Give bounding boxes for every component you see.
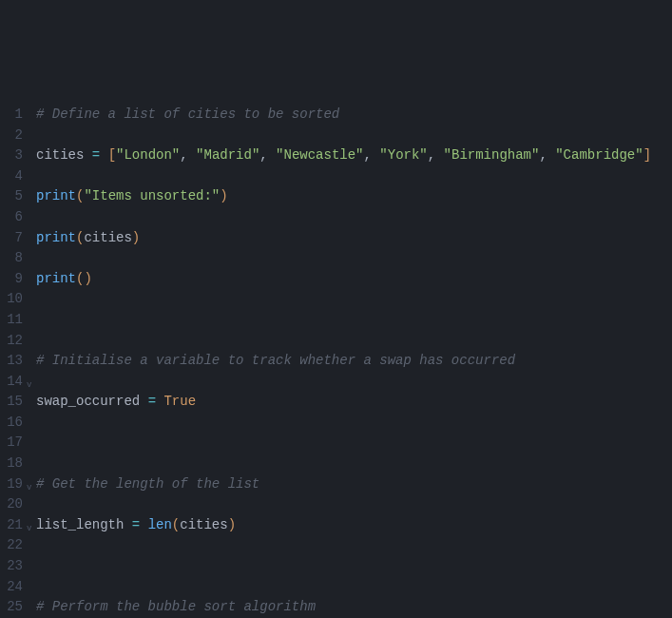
line-number: 2 (0, 126, 23, 146)
line-number: 7 (0, 228, 23, 249)
line-number: 8 (0, 248, 23, 269)
fold-marker-icon[interactable]: v (27, 372, 36, 393)
code-line: print(cities) (36, 228, 672, 249)
line-number: 5 (0, 186, 23, 207)
line-number: 14 (0, 372, 23, 393)
code-line (36, 556, 672, 577)
code-line: # Initialise a variable to track whether… (36, 351, 672, 372)
code-line (36, 433, 672, 454)
line-number: 16 (0, 413, 23, 434)
line-number: 20 (0, 494, 23, 515)
line-number: 9 (0, 269, 23, 290)
code-line: list_length = len(cities) (36, 515, 672, 536)
line-number: 12 (0, 331, 23, 352)
line-number-gutter: 1234567891011121314151617181920212223242… (0, 84, 27, 618)
line-number: 25 (0, 597, 23, 618)
line-number: 1 (0, 105, 23, 126)
code-line: # Define a list of cities to be sorted (36, 105, 672, 126)
line-number: 22 (0, 535, 23, 556)
line-number: 10 (0, 289, 23, 310)
line-number: 21 (0, 515, 23, 536)
line-number: 19 (0, 474, 23, 495)
line-number: 18 (0, 454, 23, 474)
line-number: 23 (0, 556, 23, 577)
code-line: cities = ["London", "Madrid", "Newcastle… (36, 145, 672, 166)
fold-marker-icon[interactable]: v (27, 515, 36, 536)
code-line: # Get the length of the list (36, 474, 672, 495)
line-number: 17 (0, 433, 23, 454)
line-number: 6 (0, 207, 23, 228)
code-line: # Perform the bubble sort algorithm (36, 597, 672, 618)
fold-marker-icon[interactable]: v (27, 474, 36, 495)
code-line: print() (36, 269, 672, 290)
code-line (36, 310, 672, 331)
code-editor: 1234567891011121314151617181920212223242… (0, 82, 672, 618)
line-number: 3 (0, 145, 23, 166)
line-number: 15 (0, 392, 23, 413)
line-number: 24 (0, 577, 23, 598)
line-number: 4 (0, 166, 23, 187)
code-line: swap_occurred = True (36, 392, 672, 413)
code-area[interactable]: # Define a list of cities to be sorted c… (36, 84, 672, 618)
line-number: 11 (0, 310, 23, 331)
line-number: 13 (0, 351, 23, 372)
code-line: print("Items unsorted:") (36, 186, 672, 207)
fold-gutter: v v v (27, 84, 36, 618)
